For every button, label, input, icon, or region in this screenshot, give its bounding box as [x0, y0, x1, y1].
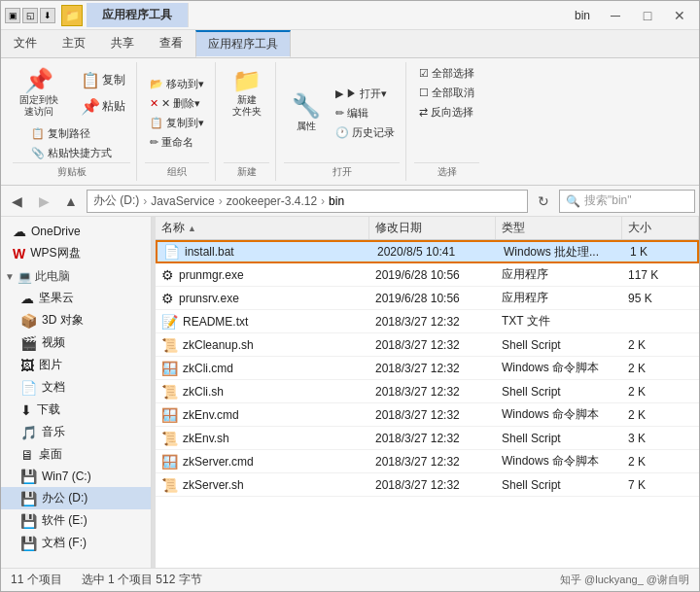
table-row[interactable]: 📜zkCli.sh2018/3/27 12:32Shell Script2 K: [156, 380, 699, 403]
table-row[interactable]: 📝README.txt2018/3/27 12:32TXT 文件: [156, 310, 699, 333]
col-header-type[interactable]: 类型: [496, 217, 622, 239]
tab-manage[interactable]: 应用程序工具: [87, 3, 189, 27]
edit-label: 编辑: [347, 106, 368, 121]
invert-label: 反向选择: [431, 105, 473, 120]
file-col-date: 2020/8/5 10:41: [371, 242, 498, 261]
open-button[interactable]: ▶ ▶ 打开▾: [331, 85, 400, 103]
system-icon-3[interactable]: ⬇: [40, 8, 55, 23]
select-all-button[interactable]: ☑ 全部选择: [414, 64, 479, 83]
table-row[interactable]: 📜zkEnv.sh2018/3/27 12:32Shell Script3 K: [156, 427, 699, 450]
table-row[interactable]: 📜zkCleanup.sh2018/3/27 12:32Shell Script…: [156, 333, 699, 357]
table-row[interactable]: 🪟zkServer.cmd2018/3/27 12:32Windows 命令脚本…: [156, 450, 699, 473]
properties-button[interactable]: 🔧 属性: [284, 89, 329, 138]
file-col-name: 📜zkCli.sh: [156, 380, 369, 402]
col-header-date[interactable]: 修改日期: [369, 217, 496, 239]
rename-button[interactable]: ✏ 重命名: [145, 133, 209, 152]
tab-view[interactable]: 查看: [147, 30, 195, 57]
paste-shortcut-button[interactable]: 📎 粘贴快捷方式: [26, 144, 117, 162]
file-type-icon: 📜: [161, 337, 178, 353]
window-controls: ─ □ ✕: [600, 1, 695, 30]
sidebar-label-win7c: Win7 (C:): [42, 470, 91, 483]
invert-select-button[interactable]: ⇄ 反向选择: [414, 103, 479, 122]
up-button[interactable]: ▲: [59, 190, 83, 213]
forward-button[interactable]: ▶: [32, 190, 55, 213]
paste-shortcut-label: 粘贴快捷方式: [48, 146, 112, 160]
col-size-label: 大小: [628, 220, 651, 236]
table-row[interactable]: 📄install.bat2020/8/5 10:41Windows 批处理...…: [156, 240, 699, 263]
tab-share[interactable]: 共享: [98, 30, 147, 57]
table-row[interactable]: 🪟zkEnv.cmd2018/3/27 12:32Windows 命令脚本2 K: [156, 403, 699, 427]
sidebar-item-win7c[interactable]: 💾 Win7 (C:): [1, 466, 151, 487]
sidebar-item-officedisk[interactable]: 💾 办公 (D:): [1, 487, 151, 509]
copy-button[interactable]: 📋 复制: [76, 68, 130, 92]
close-button[interactable]: ✕: [664, 1, 695, 30]
sidebar-item-thispc[interactable]: ▼ 💻 此电脑: [1, 264, 151, 287]
file-pane: 名称 ▲ 修改日期 类型 大小 📄install.bat2020/8/5 10:…: [156, 217, 699, 568]
sidebar-label-documentsdisk: 文档 (F:): [42, 535, 87, 551]
col-header-size[interactable]: 大小: [622, 217, 699, 239]
sidebar-item-documentsdisk[interactable]: 💾 文档 (F:): [1, 532, 151, 554]
sidebar-item-softwaredisk[interactable]: 💾 软件 (E:): [1, 509, 151, 532]
table-row[interactable]: 📜zkServer.sh2018/3/27 12:32Shell Script7…: [156, 473, 699, 497]
copy-to-button[interactable]: 📋 复制到▾: [145, 114, 209, 132]
table-row[interactable]: ⚙prunmgr.exe2019/6/28 10:56应用程序117 K: [156, 263, 699, 287]
sidebar-item-wps[interactable]: W WPS网盘: [1, 242, 151, 264]
new-folder-button[interactable]: 📁 新建文件夹: [225, 64, 269, 122]
file-col-type: Shell Script: [496, 380, 622, 402]
sidebar-item-documents[interactable]: 📄 文档: [1, 376, 151, 399]
copy-path-button[interactable]: 📋 复制路径: [26, 124, 117, 143]
tab-home[interactable]: 主页: [50, 30, 98, 57]
maximize-button[interactable]: □: [632, 1, 663, 30]
sidebar-item-3dobjects[interactable]: 📦 3D 对象: [1, 309, 151, 331]
history-button[interactable]: 🕐 历史记录: [331, 123, 400, 142]
tab-file[interactable]: 文件: [1, 30, 50, 57]
sidebar-item-pictures[interactable]: 🖼 图片: [1, 354, 151, 376]
sidebar-item-videos[interactable]: 🎬 视频: [1, 331, 151, 354]
file-col-size: 2 K: [622, 333, 699, 356]
file-col-size: 95 K: [622, 287, 699, 309]
pin-to-quickaccess-button[interactable]: 📌 固定到快速访问: [13, 64, 65, 122]
delete-button[interactable]: ✕ ✕ 删除▾: [145, 94, 209, 113]
select-none-button[interactable]: ☐ 全部取消: [414, 84, 479, 102]
file-col-date: 2019/6/28 10:56: [369, 263, 496, 286]
titlebar-system-icons: ▣ ◱ ⬇: [5, 8, 55, 23]
expand-icon: ▼: [5, 271, 15, 282]
statusbar: 11 个项目 选中 1 个项目 512 字节 知乎 @luckyang_ @谢自…: [1, 568, 699, 591]
sidebar: ☁ OneDrive W WPS网盘 ▼ 💻 此电脑 ☁ 坚果云 📦 3D 对象: [1, 217, 152, 568]
sidebar-item-dropbox[interactable]: ☁ 坚果云: [1, 287, 151, 309]
refresh-button[interactable]: ↻: [532, 190, 555, 213]
system-icon-1[interactable]: ▣: [5, 8, 20, 23]
sidebar-item-downloads[interactable]: ⬇ 下载: [1, 399, 151, 421]
address-part-1: 办公 (D:): [93, 192, 139, 209]
table-row[interactable]: ⚙prunsrv.exe2019/6/28 10:56应用程序95 K: [156, 287, 699, 310]
history-icon: 🕐: [335, 126, 349, 139]
col-header-name[interactable]: 名称 ▲: [156, 217, 369, 239]
system-icon-2[interactable]: ◱: [22, 8, 38, 23]
sidebar-item-music[interactable]: 🎵 音乐: [1, 421, 151, 443]
table-row[interactable]: 🪟zkCli.cmd2018/3/27 12:32Windows 命令脚本2 K: [156, 357, 699, 380]
watermark: 知乎 @luckyang_ @谢自明: [560, 573, 689, 587]
open-small-group: ▶ ▶ 打开▾ ✏ 编辑 🕐 历史记录: [331, 85, 400, 142]
delete-icon: ✕: [150, 97, 158, 110]
sidebar-label-dropbox: 坚果云: [39, 290, 74, 306]
search-bar[interactable]: 🔍 搜索"bin": [559, 190, 695, 213]
history-label: 历史记录: [352, 125, 395, 140]
minimize-button[interactable]: ─: [600, 1, 631, 30]
ribbon-group-clipboard: 📌 固定到快速访问 📋 复制 📌 粘贴: [7, 62, 137, 181]
copy-icon: 📋: [81, 71, 100, 89]
sidebar-label-wps: WPS网盘: [30, 245, 80, 261]
sidebar-item-onedrive[interactable]: ☁ OneDrive: [1, 221, 151, 242]
tab-manage-tools[interactable]: 应用程序工具: [195, 30, 291, 57]
onedrive-icon: ☁: [13, 224, 26, 239]
move-to-button[interactable]: 📂 移动到▾: [145, 75, 209, 93]
documentsdisk-icon: 💾: [20, 536, 37, 551]
softwaredisk-icon: 💾: [20, 513, 37, 529]
select-none-label: 全部取消: [432, 86, 474, 100]
file-col-date: 2018/3/27 12:32: [369, 403, 496, 426]
sidebar-label-pictures: 图片: [39, 357, 62, 373]
edit-button[interactable]: ✏ 编辑: [331, 104, 400, 122]
sidebar-item-desktop[interactable]: 🖥 桌面: [1, 443, 151, 466]
paste-button[interactable]: 📌 粘贴: [76, 94, 130, 119]
address-bar[interactable]: 办公 (D:) › JavaService › zookeeper-3.4.12…: [87, 190, 528, 213]
back-button[interactable]: ◀: [5, 190, 28, 213]
